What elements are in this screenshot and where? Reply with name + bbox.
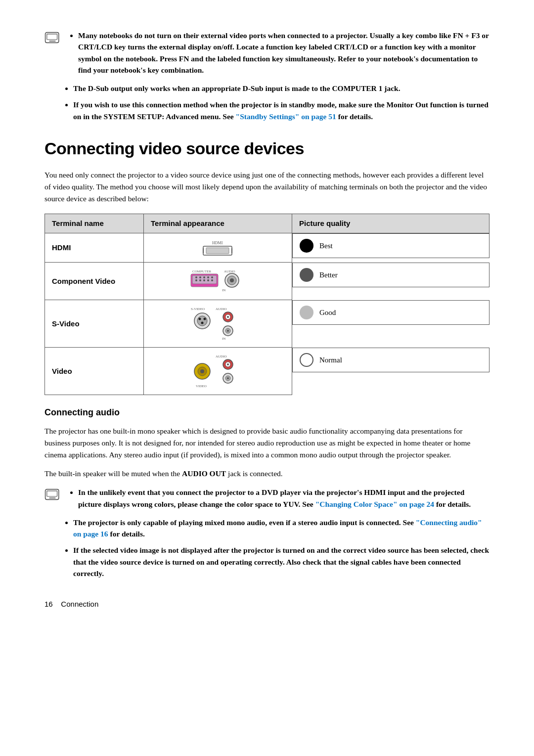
svg-point-16 (211, 276, 213, 278)
svg-text:AUDIO: AUDIO (216, 355, 227, 358)
table-row-hdmi: HDMI HDMI Best (45, 233, 490, 263)
hdmi-connector-icon: HDMI (151, 238, 285, 257)
changing-color-space-link[interactable]: "Changing Color Space" on page 24 (315, 500, 434, 508)
note-icon-1 (44, 31, 63, 47)
svg-text:S-VIDEO: S-VIDEO (191, 307, 205, 311)
footer-section: Connection (61, 600, 98, 608)
svg-point-29 (197, 316, 207, 326)
col-header-quality: Picture quality (292, 214, 490, 233)
note2-text: In the unlikely event that you connect t… (78, 488, 471, 508)
svg-point-14 (203, 276, 205, 278)
svg-text:IN: IN (222, 288, 225, 292)
svg-point-32 (201, 322, 203, 324)
component-connector-icon: COMPUTER AUDIO (151, 267, 285, 295)
quality-circle-best (300, 239, 313, 253)
connecting-audio-para1: The projector has one built-in mono spea… (44, 425, 490, 461)
bottom-bullet-1: The projector is only capable of playing… (73, 517, 490, 540)
terminal-name-svideo: S-Video (45, 300, 144, 348)
section-title: Connecting video source devices (44, 136, 490, 161)
svg-point-31 (203, 318, 206, 320)
standby-settings-link[interactable]: "Standby Settings" on page 51 (236, 112, 336, 121)
quality-cell-video: Normal (292, 348, 490, 372)
svg-point-19 (203, 279, 205, 281)
connecting-audio-para2: The built-in speaker will be muted when … (44, 468, 490, 480)
terminal-appearance-svideo: S-VIDEO AUDIO (144, 300, 292, 348)
svg-point-35 (227, 316, 229, 318)
terminal-appearance-hdmi: HDMI (144, 233, 292, 263)
bottom-bullet-2: If the selected video image is not displ… (73, 544, 490, 579)
svg-point-43 (227, 363, 229, 365)
svg-point-20 (207, 279, 209, 281)
bullet-item-2: If you wish to use this connection metho… (73, 99, 490, 122)
terminal-appearance-video: AUDIO VIDEO (144, 348, 292, 395)
terminal-appearance-component: COMPUTER AUDIO (144, 263, 292, 300)
terminal-name-hdmi: HDMI (45, 233, 144, 263)
svg-point-38 (227, 330, 229, 332)
quality-cell-component: Better (292, 263, 490, 287)
note-block-1: Many notebooks do not turn on their exte… (44, 30, 490, 76)
svg-text:AUDIO: AUDIO (224, 269, 235, 273)
note-icon-2 (44, 488, 63, 504)
quality-circle-better (300, 268, 313, 282)
quality-label-best: Best (319, 240, 333, 252)
svg-text:IN: IN (222, 337, 225, 341)
quality-label-good: Good (319, 307, 336, 318)
svg-text:COMPUTER: COMPUTER (192, 269, 211, 273)
note-text-2: In the unlikely event that you connect t… (68, 487, 490, 510)
connecting-audio-title: Connecting audio (44, 406, 490, 419)
note-text-1: Many notebooks do not turn on their exte… (68, 30, 490, 76)
svg-text:VIDEO: VIDEO (196, 384, 207, 388)
quality-label-better: Better (319, 269, 338, 281)
top-bullet-list: The D-Sub output only works when an appr… (73, 83, 490, 122)
svg-rect-52 (47, 491, 57, 496)
svg-point-12 (195, 276, 197, 278)
bottom-bullet-list: The projector is only capable of playing… (73, 517, 490, 579)
svg-text:AUDIO: AUDIO (216, 307, 227, 311)
svg-point-21 (211, 279, 213, 281)
terminal-name-component: Component Video (45, 263, 144, 300)
video-connector-icon: AUDIO VIDEO (151, 353, 285, 390)
quality-circle-normal (300, 353, 313, 367)
intro-text: You need only connect the projector to a… (44, 169, 490, 205)
col-header-appearance: Terminal appearance (144, 214, 292, 233)
table-row-svideo: S-Video S-VIDEO AUDIO (45, 300, 490, 348)
table-row-component: Component Video COMPUTER AUDIO (45, 263, 490, 300)
svg-rect-5 (206, 248, 229, 254)
svg-text:HDMI: HDMI (212, 241, 223, 245)
svg-rect-1 (47, 34, 57, 40)
note-block-2: In the unlikely event that you connect t… (44, 487, 490, 510)
svg-point-15 (207, 276, 209, 278)
page-footer: 16 Connection (44, 599, 490, 610)
bullet-item-1: The D-Sub output only works when an appr… (73, 83, 490, 94)
quality-cell-hdmi: Best (292, 233, 490, 258)
svg-point-24 (230, 278, 234, 282)
quality-cell-svideo: Good (292, 300, 490, 325)
terminal-table: Terminal name Terminal appearance Pictur… (44, 214, 490, 396)
svg-point-13 (199, 276, 201, 278)
page-number: 16 (44, 600, 53, 608)
svideo-connector-icon: S-VIDEO AUDIO (151, 305, 285, 342)
svg-point-30 (198, 318, 201, 320)
svg-point-49 (227, 377, 229, 379)
col-header-terminal: Terminal name (45, 214, 144, 233)
table-row-video: Video AUDIO (45, 348, 490, 395)
quality-circle-good (300, 306, 313, 319)
svg-point-46 (200, 369, 204, 373)
svg-point-18 (199, 279, 201, 281)
svg-point-17 (195, 279, 197, 281)
terminal-name-video: Video (45, 348, 144, 395)
quality-label-normal: Normal (319, 355, 342, 366)
